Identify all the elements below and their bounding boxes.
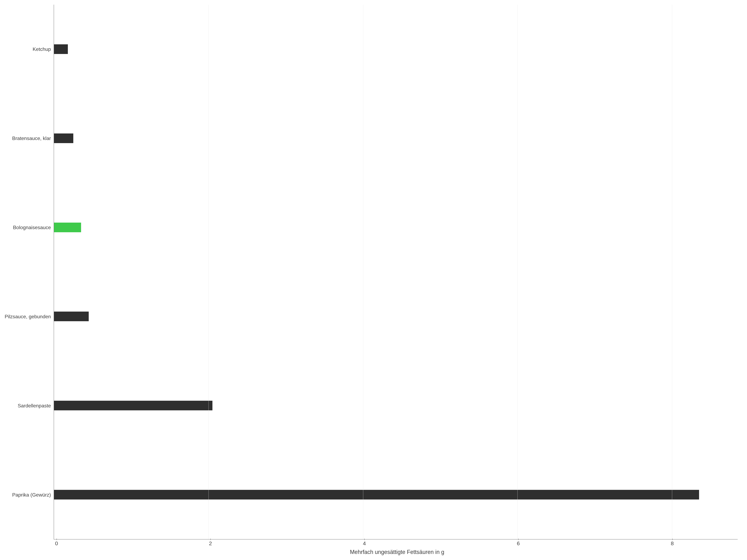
x-tick-label: 8 [671,540,674,546]
x-tick-label: 6 [517,540,520,546]
bar-slot [54,312,738,321]
bar-slot [54,401,738,410]
y-axis-category-label: Pilzsauce, gebunden [5,314,51,319]
y-axis-category-label: Bolognaisesauce [13,225,51,230]
chart-body: KetchupBratensauce, klarBolognaisesauceP… [5,5,738,539]
x-tick-label: 4 [363,540,366,546]
gridline [363,5,363,539]
x-axis: 02468 Mehrfach ungesättigte Fettsäuren i… [5,539,738,555]
plot-area [54,5,738,539]
y-axis-category-label: Paprika (Gewürz) [12,492,51,498]
x-tick-mark [364,538,365,540]
bar-highlight [54,222,81,232]
bar [54,490,699,500]
x-tick-mark [672,538,673,540]
bar [54,133,73,143]
x-tick-mark [56,538,57,540]
bar-chart: KetchupBratensauce, klarBolognaisesauceP… [0,0,747,560]
bar-slot [54,490,738,500]
bar [54,312,89,321]
bar [54,401,212,410]
bar-slot [54,133,738,143]
x-tick-label: 2 [209,540,212,546]
x-axis-title: Mehrfach ungesättigte Fettsäuren in g [56,549,738,555]
x-tick-mark [210,538,211,540]
bar [54,44,68,54]
y-axis-category-label: Ketchup [33,47,51,52]
y-axis-labels: KetchupBratensauce, klarBolognaisesauceP… [5,5,54,539]
bar-slot [54,222,738,232]
y-axis-category-label: Sardellenpaste [18,403,51,408]
x-axis-ticks: 02468 [56,539,738,548]
bars-container [54,5,738,539]
gridline [517,5,518,539]
x-axis-inner: 02468 Mehrfach ungesättigte Fettsäuren i… [56,539,738,555]
y-axis-category-label: Bratensauce, klar [12,136,51,141]
x-tick-label: 0 [55,540,58,546]
bar-slot [54,44,738,54]
